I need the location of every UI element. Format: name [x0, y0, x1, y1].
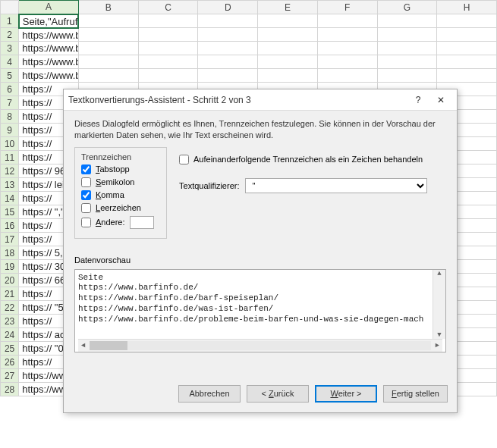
- row-header[interactable]: 10: [1, 137, 19, 151]
- cell[interactable]: Seite,"Aufrufe","Klicks","Klickrate","Du…: [19, 14, 79, 28]
- row-header[interactable]: 5: [1, 69, 19, 83]
- cell[interactable]: [437, 14, 497, 28]
- cell[interactable]: [317, 55, 377, 69]
- row-header[interactable]: 24: [1, 328, 19, 342]
- cell[interactable]: [258, 28, 318, 42]
- cell[interactable]: [258, 55, 318, 69]
- row-header[interactable]: 19: [1, 260, 19, 274]
- row-header[interactable]: 21: [1, 287, 19, 301]
- qualifier-select[interactable]: ": [245, 178, 427, 193]
- row-header[interactable]: 26: [1, 356, 19, 369]
- select-all-corner[interactable]: [1, 1, 19, 14]
- cell[interactable]: [258, 42, 318, 55]
- cell[interactable]: https://www.barfinfo.de/,"3757","275","7…: [19, 28, 79, 42]
- col-header-D[interactable]: D: [198, 1, 258, 14]
- cb-tab[interactable]: Tabstopp: [81, 164, 160, 174]
- cell[interactable]: [437, 28, 497, 42]
- row-header[interactable]: 8: [1, 110, 19, 124]
- cell[interactable]: [78, 69, 138, 83]
- cell[interactable]: [258, 14, 318, 28]
- row-header[interactable]: 17: [1, 233, 19, 246]
- row-header[interactable]: 3: [1, 42, 19, 55]
- cell[interactable]: [377, 55, 437, 69]
- row-header[interactable]: 20: [1, 274, 19, 287]
- cb-semicolon-input[interactable]: [81, 177, 91, 187]
- row-header[interactable]: 6: [1, 83, 19, 96]
- cell[interactable]: [437, 42, 497, 55]
- cell[interactable]: [317, 42, 377, 55]
- cell[interactable]: [198, 28, 258, 42]
- row-header[interactable]: 2: [1, 28, 19, 42]
- cell[interactable]: [437, 55, 497, 69]
- cell[interactable]: [317, 14, 377, 28]
- cell[interactable]: https://www.barfinfo.de/probleme-beim-ba…: [19, 69, 79, 83]
- cb-consecutive[interactable]: Aufeinanderfolgende Trennzeichen als ein…: [179, 155, 446, 164]
- col-header-F[interactable]: F: [317, 1, 377, 14]
- help-icon[interactable]: ?: [407, 92, 429, 108]
- col-header-B[interactable]: B: [78, 1, 138, 14]
- col-header-A[interactable]: A: [19, 1, 79, 14]
- row-header[interactable]: 16: [1, 219, 19, 233]
- row-header[interactable]: 7: [1, 96, 19, 110]
- cell[interactable]: [377, 42, 437, 55]
- cell[interactable]: [198, 14, 258, 28]
- cell[interactable]: [317, 28, 377, 42]
- row-header[interactable]: 18: [1, 246, 19, 260]
- cb-space[interactable]: Leerzeichen: [81, 203, 160, 213]
- cell[interactable]: [198, 55, 258, 69]
- cell[interactable]: [317, 69, 377, 83]
- back-button[interactable]: < Zurück: [247, 385, 309, 403]
- cell[interactable]: [377, 14, 437, 28]
- cell[interactable]: [138, 69, 198, 83]
- row-header[interactable]: 27: [1, 369, 19, 383]
- cb-semicolon[interactable]: Semikolon: [81, 177, 160, 187]
- col-header-E[interactable]: E: [258, 1, 318, 14]
- cell[interactable]: [377, 69, 437, 83]
- row-header[interactable]: 4: [1, 55, 19, 69]
- cb-space-input[interactable]: [81, 203, 91, 213]
- cell[interactable]: [138, 55, 198, 69]
- next-button[interactable]: Weiter >: [315, 385, 377, 403]
- col-header-C[interactable]: C: [138, 1, 198, 14]
- cell[interactable]: [138, 14, 198, 28]
- cb-other[interactable]: Andere:: [81, 216, 160, 229]
- cell[interactable]: [198, 42, 258, 55]
- finish-button[interactable]: Fertig stellen: [383, 385, 448, 403]
- row-header[interactable]: 15: [1, 205, 19, 219]
- other-delim-input[interactable]: [130, 216, 154, 229]
- cell[interactable]: https://www.barfinfo.de/barf-speiseplan/…: [19, 42, 79, 55]
- col-header-G[interactable]: G: [377, 1, 437, 14]
- cb-comma[interactable]: Komma: [81, 190, 160, 200]
- cb-comma-input[interactable]: [81, 190, 91, 200]
- row-header[interactable]: 23: [1, 315, 19, 328]
- cell[interactable]: [258, 69, 318, 83]
- row-header[interactable]: 28: [1, 383, 19, 396]
- cb-consecutive-input[interactable]: [179, 155, 189, 164]
- qualifier-label: Textqualifizierer:: [179, 181, 239, 190]
- row-header[interactable]: 9: [1, 124, 19, 137]
- close-icon[interactable]: ✕: [429, 92, 452, 108]
- row-header[interactable]: 13: [1, 178, 19, 192]
- preview-vscrollbar[interactable]: ▲▼: [433, 270, 445, 339]
- cell[interactable]: [198, 69, 258, 83]
- row-header[interactable]: 1: [1, 14, 19, 28]
- cell[interactable]: [138, 42, 198, 55]
- cell[interactable]: [78, 55, 138, 69]
- col-header-H[interactable]: H: [437, 1, 497, 14]
- row-header[interactable]: 11: [1, 151, 19, 164]
- preview-hscrollbar[interactable]: ◄ ►: [78, 339, 442, 352]
- cell[interactable]: [78, 42, 138, 55]
- cell[interactable]: [437, 69, 497, 83]
- cb-tab-input[interactable]: [81, 164, 91, 174]
- row-header[interactable]: 22: [1, 301, 19, 315]
- cell[interactable]: [78, 28, 138, 42]
- row-header[interactable]: 25: [1, 342, 19, 356]
- cell[interactable]: [138, 28, 198, 42]
- cancel-button[interactable]: Abbrechen: [178, 385, 241, 403]
- cell[interactable]: https://www.barfinfo.de/was-ist-barfen/,…: [19, 55, 79, 69]
- row-header[interactable]: 12: [1, 164, 19, 178]
- cell[interactable]: [78, 14, 138, 28]
- row-header[interactable]: 14: [1, 192, 19, 205]
- cell[interactable]: [377, 28, 437, 42]
- cb-other-input[interactable]: [81, 218, 91, 227]
